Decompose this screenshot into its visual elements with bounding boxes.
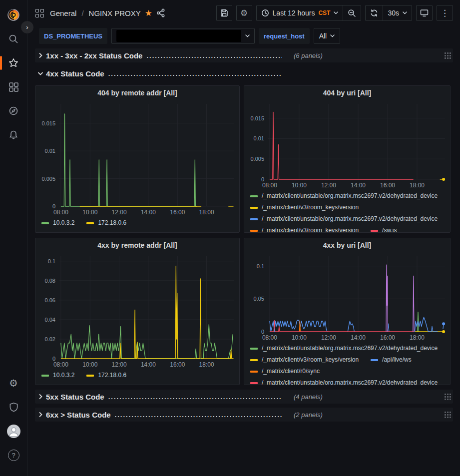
- server-admin-shield-icon[interactable]: [3, 397, 23, 417]
- chart-4xx-by-uri[interactable]: 08:0010:0012:0014:0016:0018:0000.050.1: [244, 252, 450, 343]
- legend-item[interactable]: 172.18.0.6: [86, 217, 126, 229]
- save-dashboard-button[interactable]: [216, 5, 232, 21]
- legend-item[interactable]: /_matrix/client/v3/room_keys/version: [250, 225, 359, 232]
- row-drag-handle[interactable]: [444, 52, 451, 59]
- sidebar-item-explore[interactable]: [3, 101, 23, 121]
- svg-text:12:00: 12:00: [321, 182, 336, 189]
- sidebar-item-dashboards[interactable]: [3, 77, 23, 97]
- svg-text:14:00: 14:00: [351, 334, 366, 341]
- variable-ds-prometheus-select[interactable]: [111, 28, 255, 44]
- kebab-icon: ⋮: [441, 8, 449, 18]
- svg-text:0.015: 0.015: [41, 120, 55, 126]
- row-drag-handle[interactable]: [444, 411, 451, 418]
- row-drag-handle[interactable]: [444, 393, 451, 400]
- svg-text:18:00: 18:00: [199, 209, 214, 216]
- dashboard-settings-button[interactable]: ⚙: [236, 5, 252, 21]
- legend-swatch-icon: [41, 222, 49, 224]
- row-leader-dots: ........................................…: [146, 52, 282, 59]
- legend-item[interactable]: /_matrix/client/unstable/org.matrix.msc2…: [250, 213, 438, 225]
- refresh-interval-select[interactable]: 30s: [383, 5, 412, 20]
- legend-swatch-icon: [250, 359, 258, 361]
- sidebar-expand-button[interactable]: ›: [20, 20, 34, 34]
- legend-item[interactable]: /_matrix/client/r0/sync: [250, 366, 320, 377]
- svg-text:18:00: 18:00: [410, 182, 425, 189]
- row-toggle-1xx[interactable]: 1xx - 3xx - 2xx Status Code ............…: [36, 51, 282, 60]
- legend-label: 172.18.0.6: [98, 217, 126, 229]
- legend-label: 10.0.3.2: [53, 217, 74, 229]
- variable-request-host-select[interactable]: All: [314, 28, 341, 44]
- tv-mode-button[interactable]: [416, 5, 433, 21]
- sidebar-item-alerting[interactable]: [3, 125, 23, 145]
- svg-text:0.01: 0.01: [45, 148, 55, 154]
- dashboard-body: 1xx - 3xx - 2xx Status Code ............…: [27, 46, 460, 476]
- settings-gear-icon[interactable]: ⚙: [3, 373, 23, 393]
- save-icon: [220, 9, 228, 17]
- breadcrumb-section[interactable]: General: [50, 9, 76, 17]
- legend-item[interactable]: 10.0.3.2: [41, 370, 74, 381]
- row-leader-dots: ........................................…: [115, 411, 282, 419]
- legend-item[interactable]: /_matrix/client/v3/room_keys/version: [250, 354, 359, 366]
- zoom-out-button[interactable]: [343, 5, 361, 20]
- grafana-logo[interactable]: [3, 5, 23, 25]
- row-toggle-6xx[interactable]: 6xx > Status Code ......................…: [36, 411, 282, 419]
- svg-text:10:00: 10:00: [292, 334, 307, 341]
- legend-label: /_matrix/client/unstable/org.matrix.msc2…: [262, 343, 438, 354]
- row-toggle-5xx[interactable]: 5xx Status Code ........................…: [36, 393, 282, 401]
- legend-swatch-icon: [250, 230, 258, 232]
- sidebar-item-starred[interactable]: [3, 53, 23, 73]
- legend: 10.0.3.2172.18.0.6: [35, 370, 239, 385]
- legend-item[interactable]: /sw.js: [371, 225, 397, 232]
- chevron-right-icon: [36, 52, 45, 58]
- chart-404-by-remote-addr[interactable]: 08:0010:0012:0014:0016:0018:0000.0050.01…: [35, 100, 239, 217]
- breadcrumb: General / NGINX PROXY ★: [35, 8, 165, 18]
- chevron-down-icon: [334, 11, 338, 14]
- row-title: 4xx Status Code: [46, 69, 104, 78]
- legend-label: /_matrix/client/r0/sync: [262, 366, 320, 377]
- favorite-star-icon[interactable]: ★: [145, 8, 152, 18]
- chart-4xx-by-remote-addr[interactable]: 08:0010:0012:0014:0016:0018:0000.020.040…: [35, 252, 239, 370]
- legend-item[interactable]: /_matrix/client/unstable/org.matrix.msc2…: [250, 377, 438, 385]
- time-range-picker[interactable]: Last 12 hours CST: [257, 5, 343, 20]
- clock-icon: [261, 9, 269, 17]
- row-panel-count: (4 panels): [294, 393, 323, 401]
- search-icon[interactable]: [3, 29, 23, 49]
- legend-item[interactable]: /api/live/ws: [371, 354, 412, 366]
- legend-item[interactable]: 10.0.3.2: [41, 217, 74, 229]
- gear-icon: ⚙: [240, 9, 248, 17]
- svg-text:10:00: 10:00: [82, 361, 97, 368]
- legend-item[interactable]: /_matrix/client/unstable/org.matrix.msc2…: [250, 190, 438, 202]
- panel-title[interactable]: 404 by uri [All]: [244, 86, 450, 100]
- panel-title[interactable]: 404 by remote addr [All]: [35, 86, 239, 100]
- row-title: 5xx Status Code: [46, 393, 104, 401]
- panel-title[interactable]: 4xx by uri [All]: [244, 238, 450, 252]
- legend-item[interactable]: /_matrix/client/unstable/org.matrix.msc2…: [250, 343, 438, 354]
- svg-text:0.04: 0.04: [45, 317, 55, 323]
- chart-404-by-uri[interactable]: 08:0010:0012:0014:0016:0018:0000.0050.01…: [244, 100, 450, 190]
- legend-item[interactable]: 172.18.0.6: [86, 370, 126, 381]
- topbar: General / NGINX PROXY ★ ⚙: [27, 0, 460, 26]
- row-title: 1xx - 3xx - 2xx Status Code: [46, 51, 142, 60]
- svg-text:14:00: 14:00: [141, 361, 156, 368]
- legend-swatch-icon: [250, 207, 258, 209]
- svg-text:0: 0: [52, 356, 55, 362]
- help-icon[interactable]: ?: [3, 445, 23, 465]
- variable-ds-prometheus-label[interactable]: DS_PROMETHEUS: [39, 28, 107, 44]
- legend-label: 172.18.0.6: [98, 370, 126, 381]
- variable-request-host-label[interactable]: request_host: [259, 28, 310, 44]
- legend-swatch-icon: [41, 375, 49, 377]
- legend-item[interactable]: /_matrix/client/v3/room_keys/version: [250, 202, 359, 213]
- breadcrumb-title[interactable]: NGINX PROXY: [89, 9, 141, 17]
- panel-4xx-by-uri: 4xx by uri [All] 08:0010:0012:0014:0016:…: [244, 238, 451, 385]
- svg-text:14:00: 14:00: [141, 209, 156, 216]
- user-avatar[interactable]: [3, 421, 23, 441]
- row-toggle-4xx[interactable]: 4xx Status Code ........................…: [36, 69, 282, 78]
- refresh-button[interactable]: [366, 5, 383, 20]
- panel-title[interactable]: 4xx by remote addr [All]: [35, 238, 239, 252]
- legend-row: /_matrix/client/unstable/org.matrix.msc2…: [250, 343, 445, 354]
- variables-bar: DS_PROMETHEUS request_host All: [27, 26, 460, 46]
- row-6xx: 6xx > Status Code ......................…: [35, 408, 453, 422]
- svg-text:0.05: 0.05: [254, 296, 264, 302]
- svg-text:14:00: 14:00: [351, 182, 366, 189]
- share-icon[interactable]: [156, 8, 165, 17]
- more-options-button[interactable]: ⋮: [437, 5, 453, 21]
